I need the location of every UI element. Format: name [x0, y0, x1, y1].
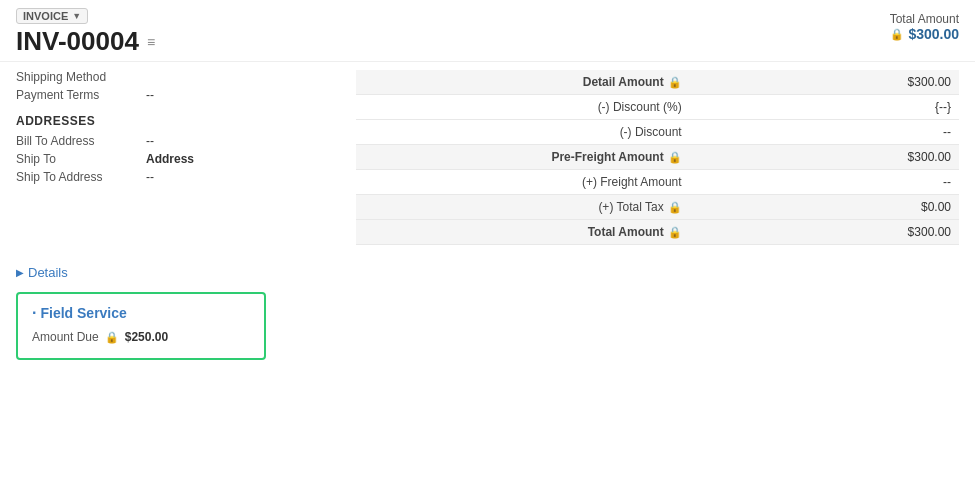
- amounts-value-6: $300.00: [688, 220, 959, 245]
- payment-terms-row: Payment Terms --: [16, 88, 340, 102]
- amounts-value-5: $0.00: [688, 195, 959, 220]
- right-panel: Detail Amount🔒$300.00(-) Discount (%){--…: [356, 70, 959, 245]
- amounts-label-3: Pre-Freight Amount🔒: [356, 145, 688, 170]
- invoice-dropdown-arrow: ▼: [72, 11, 81, 21]
- ship-to-row: Ship To Address: [16, 152, 340, 166]
- field-service-title: · Field Service: [32, 304, 250, 322]
- amounts-label-0: Detail Amount🔒: [356, 70, 688, 95]
- amounts-value-1: {--}: [688, 95, 959, 120]
- amounts-row-5: (+) Total Tax🔒$0.00: [356, 195, 959, 220]
- row-lock-icon-0: 🔒: [668, 76, 682, 88]
- payment-terms-value: --: [146, 88, 154, 102]
- ship-to-value: Address: [146, 152, 194, 166]
- amounts-value-2: --: [688, 120, 959, 145]
- field-service-bullet: ·: [32, 304, 36, 322]
- payment-terms-label: Payment Terms: [16, 88, 146, 102]
- amounts-label-6: Total Amount🔒: [356, 220, 688, 245]
- addresses-section-title: ADDRESSES: [16, 114, 340, 128]
- amounts-value-0: $300.00: [688, 70, 959, 95]
- ship-to-address-label: Ship To Address: [16, 170, 146, 184]
- amounts-label-5: (+) Total Tax🔒: [356, 195, 688, 220]
- details-triangle-icon: ▶: [16, 267, 24, 278]
- amount-due-row: Amount Due 🔒 $250.00: [32, 330, 250, 344]
- amount-due-value: $250.00: [125, 330, 168, 344]
- ship-to-label: Ship To: [16, 152, 146, 166]
- amounts-row-3: Pre-Freight Amount🔒$300.00: [356, 145, 959, 170]
- hamburger-icon[interactable]: ≡: [147, 34, 155, 50]
- amounts-label-2: (-) Discount: [356, 120, 688, 145]
- ship-to-address-row: Ship To Address --: [16, 170, 340, 184]
- amounts-label-1: (-) Discount (%): [356, 95, 688, 120]
- amounts-row-2: (-) Discount--: [356, 120, 959, 145]
- total-amount-lock-icon: 🔒: [890, 28, 904, 41]
- amounts-row-0: Detail Amount🔒$300.00: [356, 70, 959, 95]
- invoice-badge-label: INVOICE: [23, 10, 68, 22]
- bill-to-row: Bill To Address --: [16, 134, 340, 148]
- left-panel: Shipping Method Payment Terms -- ADDRESS…: [16, 70, 356, 245]
- shipping-method-label: Shipping Method: [16, 70, 146, 84]
- amounts-value-4: --: [688, 170, 959, 195]
- amounts-value-3: $300.00: [688, 145, 959, 170]
- field-service-name: Field Service: [40, 305, 126, 321]
- total-amount-header-value: 🔒 $300.00: [890, 26, 959, 42]
- total-amount-number: $300.00: [908, 26, 959, 42]
- amounts-row-4: (+) Freight Amount--: [356, 170, 959, 195]
- invoice-title: INV-00004 ≡: [16, 26, 155, 57]
- shipping-method-row: Shipping Method: [16, 70, 340, 84]
- amount-due-label: Amount Due: [32, 330, 99, 344]
- field-service-box: · Field Service Amount Due 🔒 $250.00: [16, 292, 266, 360]
- amounts-row-6: Total Amount🔒$300.00: [356, 220, 959, 245]
- row-lock-icon-5: 🔒: [668, 201, 682, 213]
- ship-to-address-value: --: [146, 170, 154, 184]
- header-total-amount: Total Amount 🔒 $300.00: [890, 8, 959, 42]
- details-label: Details: [28, 265, 68, 280]
- amounts-label-4: (+) Freight Amount: [356, 170, 688, 195]
- main-content: Shipping Method Payment Terms -- ADDRESS…: [0, 62, 975, 253]
- amounts-table: Detail Amount🔒$300.00(-) Discount (%){--…: [356, 70, 959, 245]
- bill-to-value: --: [146, 134, 154, 148]
- bill-to-label: Bill To Address: [16, 134, 146, 148]
- total-amount-header-label: Total Amount: [890, 12, 959, 26]
- page-header: INVOICE ▼ INV-00004 ≡ Total Amount 🔒 $30…: [0, 0, 975, 62]
- row-lock-icon-3: 🔒: [668, 151, 682, 163]
- amounts-row-1: (-) Discount (%){--}: [356, 95, 959, 120]
- amount-due-lock-icon: 🔒: [105, 331, 119, 344]
- header-left: INVOICE ▼ INV-00004 ≡: [16, 8, 155, 57]
- bottom-section: ▶ Details · Field Service Amount Due 🔒 $…: [0, 253, 975, 368]
- row-lock-icon-6: 🔒: [668, 226, 682, 238]
- details-link[interactable]: ▶ Details: [16, 265, 959, 280]
- invoice-badge-button[interactable]: INVOICE ▼: [16, 8, 88, 24]
- invoice-number: INV-00004: [16, 26, 139, 57]
